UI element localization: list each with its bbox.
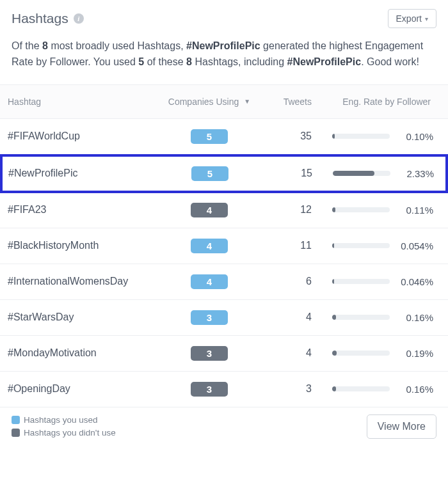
eng-rate-value: 0.11% — [396, 205, 433, 216]
eng-bar-fill — [332, 243, 334, 248]
chevron-down-icon: ▾ — [425, 15, 428, 22]
table-row[interactable]: #MondayMotivation340.19% — [0, 336, 448, 372]
eng-bar-track — [332, 351, 390, 356]
eng-rate-value: 0.16% — [396, 312, 433, 323]
companies-cell: 4 — [164, 203, 254, 217]
export-button[interactable]: Export ▾ — [388, 9, 436, 28]
table-row[interactable]: #NewProfilePic5152.33% — [0, 154, 448, 193]
table-row[interactable]: #BlackHistoryMonth4110.054% — [0, 228, 448, 264]
tweets-cell: 6 — [254, 276, 312, 287]
insight-text: Of the 8 most broadly used Hashtags, #Ne… — [0, 35, 448, 84]
col-eng-rate[interactable]: Eng. Rate by Follower — [312, 97, 433, 107]
card-title: Hashtags — [12, 11, 68, 26]
companies-pill: 3 — [191, 346, 228, 361]
table-row[interactable]: #StarWarsDay340.16% — [0, 300, 448, 336]
col-tweets[interactable]: Tweets — [254, 97, 312, 107]
hashtags-card: Hashtags i Export ▾ Of the 8 most broadl… — [0, 0, 448, 448]
hashtag-cell: #NewProfilePic — [8, 168, 165, 179]
companies-cell: 5 — [164, 129, 254, 144]
card-header: Hashtags i Export ▾ — [0, 0, 448, 35]
eng-rate-value: 0.10% — [396, 131, 433, 142]
companies-cell: 4 — [164, 274, 254, 289]
eng-bar-fill — [332, 207, 335, 212]
eng-bar-track — [332, 315, 390, 320]
col-hashtag[interactable]: Hashtag — [8, 97, 164, 107]
hashtag-cell: #FIFAWorldCup — [8, 130, 164, 142]
eng-rate-value: 0.054% — [396, 240, 433, 251]
tweets-cell: 15 — [255, 168, 312, 179]
tweets-cell: 12 — [254, 204, 312, 216]
companies-pill: 5 — [191, 129, 228, 144]
tweets-cell: 11 — [254, 240, 312, 251]
card-footer: Hashtags you used Hashtags you didn't us… — [0, 407, 448, 449]
tweets-cell: 35 — [254, 130, 312, 142]
legend-notused: Hashtags you didn't use — [12, 427, 116, 439]
eng-rate-cell: 0.16% — [312, 312, 433, 323]
companies-pill: 4 — [191, 274, 228, 289]
companies-pill: 3 — [191, 310, 228, 325]
hashtag-cell: #MondayMotivation — [8, 347, 164, 359]
hashtag-cell: #InternationalWomensDay — [8, 276, 164, 287]
eng-bar-fill — [332, 279, 334, 284]
title-wrap: Hashtags i — [12, 11, 84, 26]
sort-caret-down-icon: ▼ — [244, 98, 250, 105]
eng-bar-track — [332, 386, 390, 391]
export-label: Export — [396, 13, 422, 24]
eng-bar-fill — [332, 315, 336, 320]
eng-rate-cell: 0.10% — [312, 131, 433, 142]
eng-rate-value: 2.33% — [397, 168, 434, 179]
view-more-button[interactable]: View More — [367, 414, 436, 439]
table-row[interactable]: #OpeningDay330.16% — [0, 372, 448, 407]
companies-cell: 3 — [164, 346, 254, 361]
companies-pill: 4 — [191, 203, 228, 217]
col-companies[interactable]: Companies Using ▼ — [164, 97, 254, 107]
companies-cell: 5 — [165, 166, 255, 181]
eng-bar-track — [332, 243, 390, 248]
legend: Hashtags you used Hashtags you didn't us… — [12, 414, 116, 440]
companies-pill: 4 — [191, 239, 228, 253]
eng-rate-cell: 0.054% — [312, 240, 433, 251]
eng-bar-track — [333, 171, 390, 176]
table-row[interactable]: #InternationalWomensDay460.046% — [0, 264, 448, 300]
swatch-used-icon — [12, 416, 20, 424]
eng-bar-fill — [332, 351, 337, 356]
tweets-cell: 4 — [254, 311, 312, 323]
hashtag-cell: #FIFA23 — [8, 204, 164, 216]
eng-bar-track — [332, 279, 390, 284]
legend-used: Hashtags you used — [12, 414, 116, 427]
eng-bar-track — [332, 207, 390, 212]
eng-bar-fill — [333, 171, 374, 176]
table-header: Hashtag Companies Using ▼ Tweets Eng. Ra… — [0, 84, 448, 119]
tweets-cell: 4 — [254, 347, 312, 359]
table-row[interactable]: #FIFA234120.11% — [0, 193, 448, 228]
info-icon[interactable]: i — [74, 13, 84, 24]
eng-rate-cell: 0.11% — [312, 205, 433, 216]
eng-rate-value: 0.046% — [396, 276, 433, 287]
eng-rate-cell: 2.33% — [312, 168, 434, 179]
companies-cell: 3 — [164, 382, 254, 397]
companies-pill: 5 — [191, 166, 228, 181]
hashtag-cell: #StarWarsDay — [8, 311, 164, 323]
eng-rate-value: 0.19% — [396, 348, 433, 359]
hashtag-cell: #OpeningDay — [8, 383, 164, 395]
eng-rate-value: 0.16% — [396, 384, 433, 395]
swatch-notused-icon — [12, 429, 20, 437]
companies-pill: 3 — [191, 382, 228, 397]
eng-bar-fill — [332, 134, 335, 139]
table-body: #FIFAWorldCup5350.10%#NewProfilePic5152.… — [0, 119, 448, 407]
eng-rate-cell: 0.046% — [312, 276, 433, 287]
companies-cell: 4 — [164, 239, 254, 253]
eng-rate-cell: 0.19% — [312, 348, 433, 359]
eng-bar-fill — [332, 386, 336, 391]
hashtag-cell: #BlackHistoryMonth — [8, 240, 164, 251]
table-row[interactable]: #FIFAWorldCup5350.10% — [0, 119, 448, 155]
companies-cell: 3 — [164, 310, 254, 325]
tweets-cell: 3 — [254, 383, 312, 395]
eng-rate-cell: 0.16% — [312, 384, 433, 395]
eng-bar-track — [332, 134, 390, 139]
